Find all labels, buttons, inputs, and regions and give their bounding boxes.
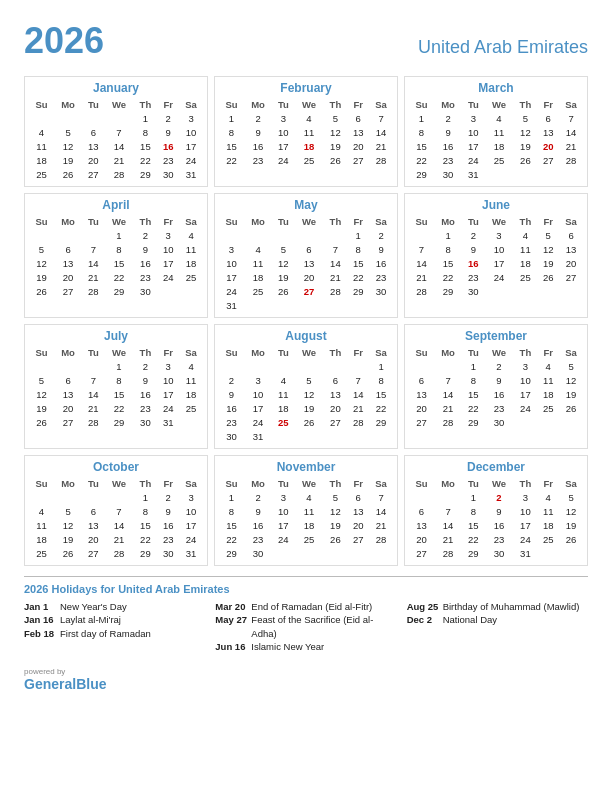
cal-day: 10	[462, 125, 484, 139]
cal-day	[323, 228, 347, 242]
cal-day: 16	[244, 518, 272, 532]
cal-day: 7	[434, 504, 462, 518]
cal-day: 11	[295, 125, 324, 139]
day-header: Sa	[559, 346, 583, 359]
cal-day	[323, 429, 347, 443]
month-block-august: AugustSuMoTuWeThFrSa12345678910111213141…	[214, 324, 398, 449]
day-header: Sa	[369, 98, 393, 111]
cal-day: 21	[82, 401, 104, 415]
day-header: Tu	[272, 477, 294, 490]
cal-day: 11	[513, 242, 537, 256]
cal-day: 14	[434, 387, 462, 401]
cal-day: 28	[105, 546, 134, 560]
holiday-date: May 27	[215, 613, 247, 640]
cal-day: 20	[54, 401, 82, 415]
cal-day: 26	[272, 284, 294, 298]
cal-day: 23	[157, 153, 179, 167]
cal-day: 28	[369, 532, 393, 546]
cal-day: 7	[82, 373, 104, 387]
cal-day: 17	[272, 139, 294, 153]
cal-day: 20	[82, 532, 104, 546]
cal-day: 29	[347, 284, 369, 298]
cal-day: 15	[105, 387, 134, 401]
cal-day: 27	[82, 167, 104, 181]
cal-day	[295, 298, 324, 312]
cal-day: 4	[179, 228, 203, 242]
cal-day: 23	[133, 401, 157, 415]
cal-day: 2	[462, 228, 484, 242]
cal-day	[369, 298, 393, 312]
cal-day: 15	[105, 256, 134, 270]
cal-day	[559, 167, 583, 181]
holiday-item: Jun 16Islamic New Year	[215, 640, 396, 653]
cal-day: 15	[462, 387, 484, 401]
cal-day: 5	[559, 490, 583, 504]
day-header: Su	[219, 215, 244, 228]
cal-table: SuMoTuWeThFrSa12345678910111213141516171…	[409, 215, 583, 298]
cal-day	[409, 490, 434, 504]
day-header: Th	[513, 215, 537, 228]
cal-day: 15	[133, 518, 157, 532]
cal-day: 9	[244, 125, 272, 139]
cal-day: 21	[409, 270, 434, 284]
cal-day: 9	[485, 373, 514, 387]
cal-day: 24	[462, 153, 484, 167]
footer: powered by GeneralBlue	[24, 667, 588, 692]
cal-day: 11	[29, 139, 54, 153]
cal-day: 30	[485, 546, 514, 560]
cal-day: 12	[29, 256, 54, 270]
cal-day	[434, 490, 462, 504]
cal-day	[347, 429, 369, 443]
cal-day: 18	[29, 153, 54, 167]
cal-day: 20	[82, 153, 104, 167]
cal-day: 9	[369, 242, 393, 256]
cal-day: 7	[409, 242, 434, 256]
cal-day: 22	[133, 153, 157, 167]
cal-day: 30	[434, 167, 462, 181]
cal-day: 12	[559, 504, 583, 518]
cal-day: 23	[219, 415, 244, 429]
cal-day: 1	[133, 111, 157, 125]
day-header: Su	[409, 98, 434, 111]
cal-day: 7	[323, 242, 347, 256]
cal-day: 7	[559, 111, 583, 125]
cal-day: 21	[82, 270, 104, 284]
cal-day: 24	[179, 532, 203, 546]
cal-day	[82, 359, 104, 373]
month-block-june: JuneSuMoTuWeThFrSa1234567891011121314151…	[404, 193, 588, 318]
cal-day	[219, 359, 244, 373]
cal-day: 5	[323, 111, 347, 125]
cal-day: 23	[462, 270, 484, 284]
cal-day: 11	[272, 387, 294, 401]
cal-day: 16	[133, 387, 157, 401]
holiday-name: National Day	[443, 613, 497, 626]
cal-day: 30	[244, 546, 272, 560]
cal-day: 15	[219, 139, 244, 153]
day-header: Mo	[434, 98, 462, 111]
holiday-name: First day of Ramadan	[60, 627, 151, 640]
day-header: We	[295, 98, 324, 111]
cal-day: 10	[179, 504, 203, 518]
day-header: Fr	[537, 98, 559, 111]
day-header: Sa	[179, 98, 203, 111]
cal-day: 29	[462, 546, 484, 560]
holiday-date: Jan 16	[24, 613, 56, 626]
cal-day: 15	[133, 139, 157, 153]
cal-day: 22	[133, 532, 157, 546]
cal-day: 21	[559, 139, 583, 153]
cal-day: 13	[323, 387, 347, 401]
cal-day: 19	[272, 270, 294, 284]
day-header: Fr	[537, 346, 559, 359]
cal-day: 11	[537, 373, 559, 387]
cal-day: 26	[54, 546, 82, 560]
cal-day	[272, 228, 294, 242]
cal-day: 18	[295, 139, 324, 153]
cal-day: 17	[272, 518, 294, 532]
holiday-item: Jan 16Laylat al-Mi'raj	[24, 613, 205, 626]
cal-day: 14	[347, 387, 369, 401]
holiday-date: Mar 20	[215, 600, 247, 613]
cal-table: SuMoTuWeThFrSa12345678910111213141516171…	[409, 98, 583, 181]
cal-day: 22	[369, 401, 393, 415]
cal-day: 1	[369, 359, 393, 373]
cal-day: 12	[537, 242, 559, 256]
